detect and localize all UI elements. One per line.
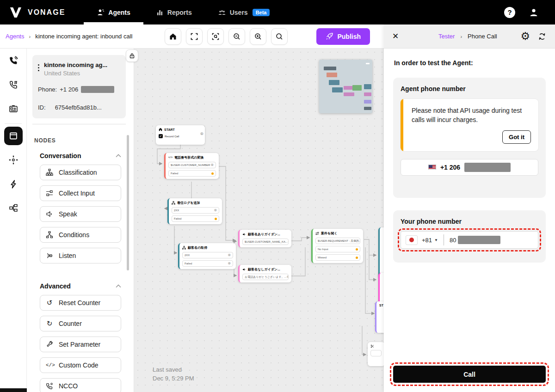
close-icon[interactable]: ✕ [392, 31, 402, 41]
group-conversation[interactable]: Conversation [40, 152, 121, 159]
vonage-v-icon [9, 6, 23, 18]
canvas-tools [165, 28, 288, 45]
call-button[interactable]: Call [393, 366, 546, 383]
agent-phone: Phone: +1 206 [38, 86, 120, 93]
node-port[interactable]: ⊕ [288, 240, 289, 244]
lock-icon [129, 53, 135, 59]
zoom-fit-button[interactable] [207, 28, 224, 45]
publish-button[interactable]: Publish [316, 28, 370, 45]
id-card-icon[interactable] [0, 97, 27, 121]
minimap[interactable] [319, 60, 372, 113]
node-item-collect-input[interactable]: Collect Input [40, 185, 121, 201]
home-icon [159, 128, 162, 131]
us-flag-icon [428, 165, 436, 170]
node-item-ncco[interactable]: NCCO [40, 378, 121, 392]
search-button[interactable] [271, 28, 288, 45]
tab-reports[interactable]: Reports [156, 0, 192, 24]
caret-down-icon: ▼ [434, 238, 438, 242]
node-item-custom-code[interactable]: </> Custom Code [40, 357, 121, 373]
flow-node-guidance-without-name[interactable]: 顧客名なしガイダン... お電話ありがとうございます。...⊕ [238, 265, 291, 282]
flow-node-phone-format[interactable]: </> 電話番号形式の変換 $USER.CUSTOMER_NUMBER⊕ Fai… [164, 153, 219, 179]
fullscreen-icon [191, 33, 198, 40]
divider [32, 124, 126, 124]
flow-node-start[interactable]: START ✓ Record Call ⊕ [156, 125, 205, 145]
agent-phone-title: Agent phone number [401, 85, 538, 92]
ncco-phone-icon [46, 382, 53, 390]
flow-node-call-log[interactable]: 着信ログを追加 2XX⊕ Failed [167, 198, 222, 224]
listen-icon [46, 252, 53, 259]
vonage-logo[interactable]: VONAGE [0, 6, 74, 18]
country-code-select[interactable]: +81 ▼ [422, 237, 438, 244]
phone-hash-icon[interactable] [0, 73, 27, 97]
got-it-button[interactable]: Got it [502, 130, 531, 144]
phone-volume-icon[interactable] [0, 49, 27, 73]
node-port[interactable]: ⊕ [228, 253, 231, 257]
flow-node-partial-violet[interactable]: ST [375, 301, 384, 333]
settings-icon[interactable]: ⚙ [520, 31, 530, 42]
left-panel: kintone incoming ag... United States Pho… [27, 49, 134, 392]
jp-flag-icon [406, 235, 418, 245]
tester-intro: In order to test the Agent: [394, 59, 555, 67]
flow-node-ask-case[interactable]: 案件を聞く $USER.REQUIREMENT : 具体的...⊕ No Inp… [311, 229, 363, 263]
tab-users[interactable]: Users Beta [218, 0, 270, 24]
bolt-icon[interactable] [0, 172, 27, 196]
node-item-counter[interactable]: ↻ Counter [40, 316, 121, 331]
agents-icon [97, 8, 105, 16]
tester-link[interactable]: Tester [438, 33, 455, 40]
help-icon[interactable]: ? [504, 7, 515, 18]
node-item-listen[interactable]: Listen [40, 248, 121, 263]
account-icon[interactable] [528, 7, 539, 18]
node-port[interactable]: ⊕ [214, 208, 217, 212]
flow-node-get-customer-name[interactable]: 顧客名の取得 2XX⊕ Failed⊕ [178, 243, 236, 269]
flow-canvas[interactable]: START ✓ Record Call ⊕ </> 電話番号形式の変換 $USE… [134, 49, 384, 392]
node-item-reset-counter[interactable]: ↺ Reset Counter [40, 295, 121, 311]
agent-country: United States [44, 70, 107, 77]
hierarchy-icon[interactable] [0, 196, 27, 220]
classification-icon [46, 169, 53, 176]
your-phone-card: Your phone number +81 ▼ 80 [393, 210, 546, 263]
group-advanced[interactable]: Advanced [40, 282, 121, 290]
agent-id: ID: 6754efb5ad81b... [38, 104, 120, 111]
chevron-right-icon: › [29, 34, 31, 39]
node-port[interactable]: ⊕ [200, 131, 204, 136]
agent-info-card: kintone incoming ag... United States Pho… [32, 55, 126, 118]
breadcrumb: Agents › kintone incoming agent: inbound… [0, 33, 132, 40]
kebab-menu-icon[interactable] [38, 61, 39, 77]
panel-scrollbar[interactable] [127, 135, 129, 270]
tester-panel: ✕ Tester › Phone Call ⚙ In order to test… [384, 24, 555, 392]
node-port[interactable]: ⊕ [287, 275, 289, 279]
chevron-right-icon: › [460, 34, 462, 39]
zoom-out-icon [233, 33, 240, 40]
scissors-icon [370, 344, 374, 348]
zoom-in-button[interactable] [250, 28, 266, 45]
node-item-conditions[interactable]: Conditions [40, 227, 121, 243]
node-item-classification[interactable]: Classification [40, 165, 121, 180]
flow-node-partial-white[interactable] [368, 342, 384, 366]
node-item-set-parameter[interactable]: Set Parameter [40, 337, 121, 352]
home-icon [169, 33, 177, 40]
fit-screen-button[interactable] [186, 28, 203, 45]
rocket-icon [326, 32, 333, 40]
conditions-icon [46, 231, 53, 239]
breadcrumb-agents-link[interactable]: Agents [6, 33, 24, 40]
node-port[interactable]: ⊕ [210, 163, 214, 167]
flow-node-guidance-with-name[interactable]: 顧客名ありガイダン... $USER.CUSTOMER_NAME_KA...⊕ [238, 230, 291, 247]
status-dot [215, 218, 217, 220]
tab-agents[interactable]: Agents [97, 0, 130, 24]
layout-panel-button-active[interactable] [4, 127, 23, 145]
zoom-out-button[interactable] [228, 28, 245, 45]
api-icon [172, 201, 175, 205]
status-dot [356, 257, 358, 259]
editor-toolbar: Agents › kintone incoming agent: inbound… [0, 24, 384, 49]
lock-button[interactable] [126, 49, 138, 62]
flow-node-partial-teal[interactable] [378, 227, 384, 278]
node-port[interactable]: ⊕ [228, 262, 231, 265]
flow-node-partial-magenta[interactable] [378, 273, 384, 305]
speak-icon [242, 268, 246, 271]
controller-icon[interactable] [0, 148, 27, 172]
home-button[interactable] [165, 28, 181, 45]
node-item-speak[interactable]: Speak [40, 206, 121, 222]
refresh-icon[interactable] [537, 32, 547, 41]
phone-number-input[interactable]: +81 ▼ 80 [401, 231, 538, 249]
counter-icon: ↻ [46, 319, 53, 328]
